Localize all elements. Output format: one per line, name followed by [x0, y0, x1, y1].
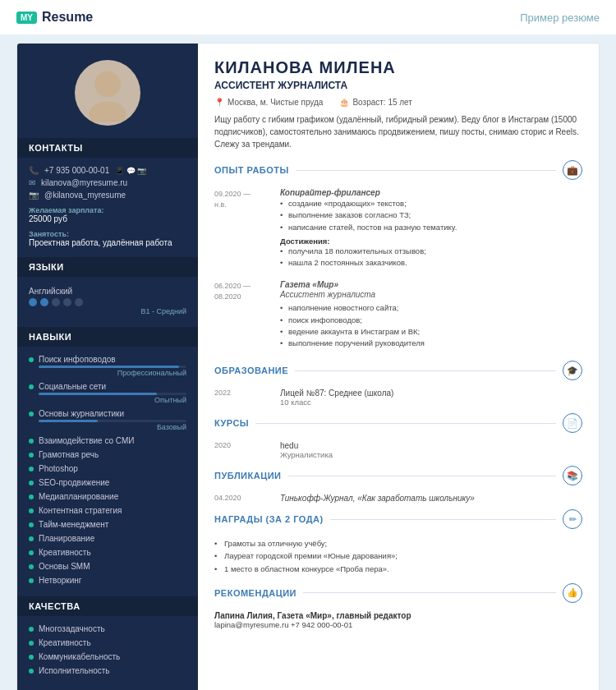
skill-name: Photoshop: [29, 464, 186, 473]
course-name: hedu: [280, 441, 582, 450]
example-link[interactable]: Пример резюме: [520, 12, 600, 24]
qualities-section: КАЧЕСТВА Многозадачность Креативность Ко…: [17, 596, 198, 678]
resume: КОНТАКТЫ 📞 +7 935 000-00-01 📱 💬 📷 ✉ kila…: [16, 43, 600, 690]
work-company: Газета «Мир»: [280, 280, 582, 289]
skill-bullet: [29, 508, 34, 513]
courses-section-title: КУРСЫ: [214, 418, 249, 428]
quality-bullet: [29, 655, 34, 660]
age-item: 🎂 Возраст: 15 лет: [339, 98, 412, 107]
logo: MY Resume: [16, 10, 93, 25]
skill-bar-row: Базовый: [29, 420, 186, 431]
skill-bullet: [29, 384, 34, 389]
skill-bar-fill: [39, 366, 179, 368]
skill-bar-label: Опытный: [39, 396, 186, 404]
quality-item: Креативность: [17, 637, 198, 651]
achievement-bullet: нашла 2 постоянных заказчиков.: [280, 257, 582, 269]
quality-item: Многозадачность: [17, 623, 198, 637]
skill-bar-label: Профессиональный: [39, 369, 186, 377]
award-item: Грамоты за отличную учёбу;: [214, 537, 582, 550]
skill-item: Основы журналистики Базовый: [17, 407, 198, 435]
skill-bullet: [29, 522, 34, 527]
skill-item: Креативность: [17, 546, 198, 560]
dot-3: [52, 298, 60, 306]
work-section-line: ОПЫТ РАБОТЫ 💼: [214, 160, 582, 180]
dot-4: [63, 298, 71, 306]
instagram-icon: 📷: [29, 191, 39, 200]
achievement-bullet: получила 18 положительных отзывов;: [280, 246, 582, 257]
resume-wrapper: КОНТАКТЫ 📞 +7 935 000-00-01 📱 💬 📷 ✉ kila…: [0, 34, 616, 690]
pub-title: Тинькофф-Журнал, «Как заработать школьни…: [280, 494, 475, 503]
work-icon: 💼: [563, 160, 582, 180]
publications-divider: [288, 476, 556, 476]
courses-section-line: КУРСЫ 📄: [214, 413, 582, 433]
employment-value: Проектная работа, удалённая работа: [29, 238, 186, 247]
edu-detail: Лицей №87: Среднее (школа) 10 класс: [280, 389, 582, 407]
education-section-title: ОБРАЗОВАНИЕ: [214, 366, 288, 375]
skills-header: НАВЫКИ: [17, 327, 198, 347]
skill-bullet: [29, 550, 34, 555]
svg-point-1: [89, 102, 126, 122]
quality-name: Коммуникабельность: [29, 652, 186, 661]
work-section-title: ОПЫТ РАБОТЫ: [214, 165, 289, 175]
course-entry: 2020 hedu Журналистика: [214, 441, 582, 459]
work-detail: Газета «Мир» Ассистент журналиста наполн…: [280, 280, 582, 349]
rec-contact: lapina@myresume.ru +7 942 000-00-01: [214, 620, 582, 629]
skill-bullet: [29, 564, 34, 569]
salary-label: Желаемая зарплата:: [29, 206, 186, 214]
publication-entry: 04.2020 Тинькофф-Журнал, «Как заработать…: [214, 494, 582, 503]
sidebar: КОНТАКТЫ 📞 +7 935 000-00-01 📱 💬 📷 ✉ kila…: [17, 44, 198, 690]
work-date: 06.2020 —08.2020: [214, 280, 270, 349]
email-icon: ✉: [29, 178, 35, 187]
dot-1: [29, 298, 37, 306]
skill-item: Нетворкинг: [17, 574, 198, 588]
quality-item: Коммуникабельность: [17, 651, 198, 665]
courses-icon: 📄: [563, 413, 582, 433]
work-role: Ассистент журналиста: [280, 290, 582, 299]
phone-extra-icons: 📱 💬 📷: [115, 167, 146, 175]
skill-name: Социальные сети: [29, 382, 186, 391]
skill-bullet: [29, 439, 34, 444]
awards-list: Грамоты за отличную учёбу;Лауреат городс…: [214, 537, 582, 575]
skill-bullet: [29, 412, 34, 416]
work-entries: 09.2020 —н.в. Копирайтер-фрилансер созда…: [214, 188, 582, 349]
instagram-text: @kilanova_myresume: [44, 191, 126, 200]
location-item: 📍 Москва, м. Чистые пруда: [214, 98, 323, 107]
age-icon: 🎂: [339, 98, 349, 107]
rated-skills: Поиск инфоповодов Профессиональный Социа…: [17, 353, 198, 435]
skill-bar-bg: [39, 420, 186, 422]
work-entry: 09.2020 —н.в. Копирайтер-фрилансер созда…: [214, 188, 582, 269]
publications-entries: 04.2020 Тинькофф-Журнал, «Как заработать…: [214, 494, 582, 503]
course-sub: Журналистика: [280, 450, 582, 459]
skill-item: Контентная стратегия: [17, 504, 198, 518]
salary-block: Желаемая зарплата: 25000 руб: [17, 201, 198, 225]
edu-sub: 10 класс: [280, 398, 582, 407]
work-entry: 06.2020 —08.2020 Газета «Мир» Ассистент …: [214, 280, 582, 349]
recommendation-block: Лапина Лилия, Газета «Мир», главный реда…: [214, 611, 582, 629]
meta-row: 📍 Москва, м. Чистые пруда 🎂 Возраст: 15 …: [214, 98, 582, 107]
edu-year: 2022: [214, 389, 270, 407]
dot-5: [75, 298, 83, 306]
skill-bar-bg: [39, 366, 186, 368]
email-item: ✉ kilanova@myresume.ru: [17, 177, 198, 189]
skill-bar-label: Базовый: [39, 423, 186, 431]
quality-name: Креативность: [29, 638, 186, 647]
quality-bullet: [29, 641, 34, 646]
contacts-header: КОНТАКТЫ: [17, 138, 198, 158]
pub-date: 04.2020: [214, 494, 270, 503]
work-bullets: наполнение новостного сайта;поиск инфопо…: [280, 302, 582, 349]
phone-icon: 📞: [29, 166, 39, 175]
age-text: Возраст: 15 лет: [352, 98, 412, 107]
skill-name: Планирование: [29, 534, 186, 543]
employment-label: Занятость:: [29, 230, 186, 238]
recommendations-section-title: РЕКОМЕНДАЦИИ: [214, 588, 297, 598]
skill-name: Нетворкинг: [29, 576, 186, 585]
course-year: 2020: [214, 441, 270, 459]
skill-item: Тайм-менеджмент: [17, 518, 198, 532]
work-bullet: выполнение заказов согласно ТЗ;: [280, 209, 582, 221]
language-level: B1 - Средний: [29, 307, 186, 315]
languages-section: ЯЗЫКИ Английский B1 - Средний: [17, 257, 198, 319]
skill-bullet: [29, 494, 34, 499]
email-text: kilanova@myresume.ru: [41, 178, 127, 187]
work-bullet: ведение аккаунта в Инстаграм и ВК;: [280, 326, 582, 338]
education-entries: 2022 Лицей №87: Среднее (школа) 10 класс: [214, 389, 582, 407]
